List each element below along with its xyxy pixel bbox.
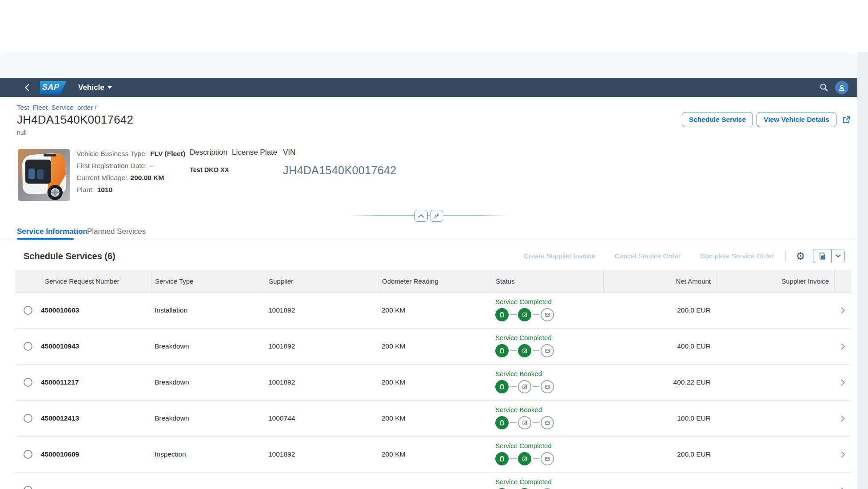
service-request-number-cell: 4500010603 xyxy=(41,293,151,328)
collapse-header-button[interactable] xyxy=(414,210,428,222)
row-radio-button[interactable] xyxy=(24,342,32,351)
supplier-cell: 1001892 xyxy=(265,329,378,364)
status-label: Service Completed xyxy=(495,442,603,450)
row-radio-button[interactable] xyxy=(24,414,32,423)
supplier-cell: 1000744 xyxy=(265,401,378,436)
license-plate-facet: License Plate xyxy=(232,148,277,157)
status-cell: Service Completed xyxy=(492,437,603,472)
row-nav-chevron-icon[interactable] xyxy=(834,401,851,436)
supplier-cell: 1001892 xyxy=(265,293,378,328)
chevron-down-icon xyxy=(108,86,112,89)
status-step-booked-icon xyxy=(495,380,509,393)
export-spreadsheet-icon[interactable] xyxy=(813,249,831,263)
status-step-completed-icon xyxy=(518,452,531,465)
schedule-service-button[interactable]: Schedule Service xyxy=(682,112,753,127)
status-label: Service Completed xyxy=(495,298,603,306)
row-radio-button[interactable] xyxy=(24,450,32,459)
tab-service-information[interactable]: Service Information xyxy=(17,227,88,236)
window-band xyxy=(0,52,857,78)
breadcrumb-separator: / xyxy=(95,104,96,111)
view-vehicle-details-button[interactable]: View Vehicle Details xyxy=(757,112,836,127)
status-step-booked-icon xyxy=(495,416,509,429)
status-step-completed-icon xyxy=(518,308,531,321)
complete-service-order-button[interactable]: Complete Service Order xyxy=(700,252,774,260)
status-step-invoiced-icon xyxy=(541,452,554,465)
status-cell: Service Booked xyxy=(492,401,603,436)
vin-header: VIN xyxy=(283,148,397,157)
back-icon[interactable] xyxy=(21,82,33,93)
service-type-cell: Breakdown xyxy=(151,401,265,436)
shell-bar: SAP Vehicle xyxy=(0,78,857,97)
row-nav-chevron-icon[interactable] xyxy=(834,293,851,328)
status-step-booked-icon xyxy=(495,452,509,465)
table-row[interactable]: 4500010943 Breakdown 1001892 200 KM Serv… xyxy=(15,329,851,365)
row-select-cell xyxy=(15,473,41,489)
table-row[interactable]: 4500011217 Breakdown 1001892 200 KM Serv… xyxy=(15,365,851,401)
share-icon[interactable] xyxy=(840,113,853,126)
supplier-invoice-cell xyxy=(716,365,834,400)
row-radio-button[interactable] xyxy=(24,306,32,315)
row-radio-button[interactable] xyxy=(24,378,32,387)
row-nav-chevron-icon[interactable] xyxy=(834,329,851,364)
row-nav-chevron-icon[interactable] xyxy=(834,473,851,489)
service-type-cell: Installation xyxy=(151,293,265,328)
breadcrumb-link[interactable]: Test_Fleet_Service_order xyxy=(17,104,93,111)
net-amount-cell: 100.0 EUR xyxy=(603,401,716,436)
odometer-cell: 200 KM xyxy=(378,293,492,328)
license-plate-header: License Plate xyxy=(232,148,277,157)
column-header-net-amount: Net Amount xyxy=(603,270,716,292)
cancel-service-order-button[interactable]: Cancel Service Order xyxy=(615,252,681,260)
column-header-supplier-invoice: Supplier Invoice xyxy=(716,270,834,292)
field-label: First Registration Date: xyxy=(76,162,147,170)
table-row[interactable]: 4500010603 Installation 1001892 200 KM S… xyxy=(15,293,851,329)
app-title-menu[interactable]: Vehicle xyxy=(78,83,112,92)
net-amount-cell: 200.0 EUR xyxy=(603,293,716,328)
supplier-cell xyxy=(265,473,378,489)
header-actions: Schedule Service View Vehicle Details xyxy=(682,112,853,127)
toolbar-separator xyxy=(785,250,786,262)
status-connector xyxy=(510,350,517,351)
field-label: Current Mileage: xyxy=(76,174,127,182)
status-step-booked-icon xyxy=(495,344,509,357)
user-avatar-icon[interactable] xyxy=(835,81,848,94)
row-select-cell xyxy=(15,365,41,400)
status-connector xyxy=(533,422,539,423)
pin-header-button[interactable] xyxy=(430,210,443,222)
vin-facet: VIN JH4DA1540K0017642 xyxy=(283,148,397,177)
odometer-cell: 200 KM xyxy=(378,329,492,364)
select-column-header xyxy=(15,270,41,292)
page-right-margin xyxy=(857,52,868,489)
column-header-supplier: Supplier xyxy=(265,270,378,292)
column-header-service-type: Service Type xyxy=(151,270,265,292)
settings-gear-icon[interactable]: ⚙ xyxy=(795,250,806,262)
supplier-invoice-cell xyxy=(716,401,834,436)
status-progress xyxy=(495,416,603,429)
tab-planned-services[interactable]: Planned Services xyxy=(87,227,146,236)
odometer-cell: 200 KM xyxy=(378,401,492,436)
row-select-cell xyxy=(15,401,41,436)
service-request-number-cell: 4500010943 xyxy=(41,329,151,364)
schedule-services-table: Schedule Services (6) Create Supplier In… xyxy=(15,242,851,489)
odometer-cell: 200 KM xyxy=(378,365,492,400)
pin-icon xyxy=(433,212,440,219)
row-radio-button[interactable] xyxy=(24,486,32,489)
table-row[interactable]: Service Completed xyxy=(15,473,851,489)
row-select-cell xyxy=(15,329,41,364)
row-nav-chevron-icon[interactable] xyxy=(834,437,851,472)
create-supplier-invoice-button[interactable]: Create Supplier Invoice xyxy=(524,252,595,260)
field-value: 200.00 KM xyxy=(131,174,164,182)
search-icon[interactable] xyxy=(820,83,828,92)
status-cell: Service Booked xyxy=(492,365,603,400)
status-step-invoiced-icon xyxy=(541,416,554,429)
status-connector xyxy=(510,314,517,315)
header-anchor-bar xyxy=(0,208,857,223)
service-type-cell: Inspection xyxy=(151,437,265,472)
table-row[interactable]: 4500012413 Breakdown 1000744 200 KM Serv… xyxy=(15,401,851,437)
table-body: 4500010603 Installation 1001892 200 KM S… xyxy=(15,293,851,489)
supplier-invoice-cell xyxy=(716,293,834,328)
export-menu-chevron-icon[interactable] xyxy=(831,249,844,263)
table-toolbar: Schedule Services (6) Create Supplier In… xyxy=(15,242,851,270)
status-progress xyxy=(495,308,603,321)
row-nav-chevron-icon[interactable] xyxy=(834,365,851,400)
table-row[interactable]: 4500010609 Inspection 1001892 200 KM Ser… xyxy=(15,437,851,473)
